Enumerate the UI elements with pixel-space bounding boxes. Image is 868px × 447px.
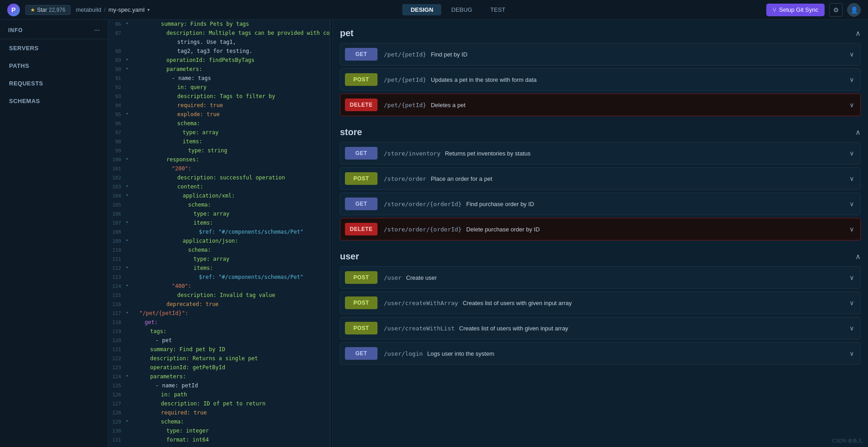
user-avatar[interactable]: 👤	[847, 3, 861, 17]
breadcrumb-org[interactable]: metabuild	[76, 6, 101, 13]
code-line[interactable]: 118get:	[108, 318, 330, 327]
code-line[interactable]: 98items:	[108, 137, 330, 146]
tab-design[interactable]: DESIGN	[402, 4, 441, 15]
endpoint-expand-icon[interactable]: ∨	[849, 350, 854, 357]
endpoint-expand-icon[interactable]: ∨	[849, 299, 854, 306]
endpoint-expand-icon[interactable]: ∨	[849, 150, 854, 157]
api-panel[interactable]: pet∧GET/pet/{petId}Find pet by ID∨POST/p…	[333, 20, 868, 447]
sidebar-item-servers[interactable]: SERVERS	[0, 39, 108, 57]
line-number: 93	[108, 92, 126, 101]
code-line[interactable]: 129•schema:	[108, 418, 330, 427]
sidebar-item-paths[interactable]: PATHS	[0, 57, 108, 75]
endpoint-get--store-inventory[interactable]: GET/store/inventoryReturns pet inventori…	[340, 142, 861, 165]
endpoint-post--user-createWithList[interactable]: POST/user/createWithListCreates list of …	[340, 317, 861, 339]
tab-test[interactable]: TEST	[482, 4, 514, 15]
code-line[interactable]: 87description: Multiple tags can be prov…	[108, 29, 330, 38]
api-group-header-pet[interactable]: pet∧	[340, 20, 861, 43]
star-button[interactable]: ★ Star 22,976	[25, 5, 71, 15]
api-group-chevron-pet[interactable]: ∧	[855, 29, 861, 38]
method-badge-get: GET	[345, 147, 377, 160]
code-line[interactable]: 99type: string	[108, 146, 330, 155]
code-line[interactable]: 112•items:	[108, 264, 330, 273]
setup-git-button[interactable]: ⑂ Setup Git Sync	[766, 4, 825, 16]
code-line[interactable]: 132•responses:	[108, 445, 330, 447]
endpoint-expand-icon[interactable]: ∨	[849, 325, 854, 332]
code-line[interactable]: 86•summary: Finds Pets by tags	[108, 20, 330, 29]
code-line[interactable]: 90•parameters:	[108, 65, 330, 74]
code-line[interactable]: 100•responses:	[108, 155, 330, 165]
endpoint-desc: Logs user into the system	[427, 350, 845, 357]
settings-button[interactable]: ⚙	[829, 3, 843, 17]
endpoint-expand-icon[interactable]: ∨	[849, 76, 854, 83]
code-line[interactable]: 116deprecated: true	[108, 300, 330, 309]
code-line[interactable]: 125- name: petId	[108, 381, 330, 391]
endpoint-expand-icon[interactable]: ∨	[849, 274, 854, 281]
endpoint-get--pet-petId[interactable]: GET/pet/{petId}Find pet by ID∨	[340, 43, 861, 66]
code-line[interactable]: 123operationId: getPetById	[108, 363, 330, 372]
code-line[interactable]: 94required: true	[108, 101, 330, 110]
line-content: type: integer	[128, 427, 326, 435]
endpoint-post--user[interactable]: POST/userCreate user∨	[340, 266, 861, 289]
code-line[interactable]: 127description: ID of pet to return	[108, 400, 330, 409]
endpoint-delete--pet-petId[interactable]: DELETE/pet/{petId}Deletes a pet∨	[340, 94, 861, 116]
code-line[interactable]: 88tag2, tag3 for testing.	[108, 47, 330, 56]
code-line[interactable]: 109•application/json:	[108, 237, 330, 246]
code-line[interactable]: 91- name: tags	[108, 74, 330, 83]
code-line[interactable]: strings. Use tag1,	[108, 38, 330, 47]
code-line[interactable]: 97type: array	[108, 128, 330, 137]
code-line[interactable]: 124•parameters:	[108, 372, 330, 381]
code-line[interactable]: 128required: true	[108, 409, 330, 418]
api-group-header-store[interactable]: store∧	[340, 119, 861, 142]
api-group-title-user: user	[340, 251, 359, 262]
code-line[interactable]: 105schema:	[108, 201, 330, 210]
endpoint-get--store-order-orderId[interactable]: GET/store/order/{orderId}Find purchase o…	[340, 193, 861, 215]
code-line[interactable]: 121summary: Find pet by ID	[108, 345, 330, 354]
code-line[interactable]: 114•"400":	[108, 282, 330, 291]
endpoint-expand-icon[interactable]: ∨	[849, 101, 854, 108]
code-line[interactable]: 115description: Invalid tag value	[108, 291, 330, 300]
code-line[interactable]: 119tags:	[108, 327, 330, 336]
sidebar-more-icon[interactable]: ···	[94, 26, 100, 34]
code-line[interactable]: 113$ref: "#/components/schemas/Pet"	[108, 273, 330, 282]
line-number: 111	[108, 255, 126, 263]
code-line[interactable]: 110schema:	[108, 246, 330, 255]
code-line[interactable]: 111type: array	[108, 255, 330, 264]
breadcrumb-file[interactable]: my-spec.yaml	[108, 6, 145, 13]
api-group-header-user[interactable]: user∧	[340, 243, 861, 266]
code-line[interactable]: 96schema:	[108, 119, 330, 128]
api-group-chevron-store[interactable]: ∧	[855, 128, 861, 136]
code-line[interactable]: 108$ref: "#/components/schemas/Pet"	[108, 228, 330, 237]
sidebar-item-requests[interactable]: REQUESTS	[0, 75, 108, 92]
sidebar-item-schemas[interactable]: SCHEMAS	[0, 92, 108, 110]
endpoint-expand-icon[interactable]: ∨	[849, 226, 854, 233]
code-line[interactable]: 107•items:	[108, 219, 330, 228]
code-line[interactable]: 92in: query	[108, 83, 330, 92]
code-line[interactable]: 126in: path	[108, 391, 330, 400]
endpoint-expand-icon[interactable]: ∨	[849, 51, 854, 58]
endpoint-delete--store-order-orderId[interactable]: DELETE/store/order/{orderId}Delete purch…	[340, 218, 861, 240]
code-line[interactable]: 101"200":	[108, 165, 330, 174]
code-line[interactable]: 89•operationId: findPetsByTags	[108, 56, 330, 65]
code-line[interactable]: 93description: Tags to filter by	[108, 92, 330, 101]
code-panel[interactable]: 86•summary: Finds Pets by tags87descript…	[108, 20, 330, 447]
code-line[interactable]: 131format: int64	[108, 436, 330, 445]
code-line[interactable]: 95•explode: true	[108, 110, 330, 119]
endpoint-expand-icon[interactable]: ∨	[849, 200, 854, 207]
api-group-chevron-user[interactable]: ∧	[855, 252, 861, 261]
endpoint-expand-icon[interactable]: ∨	[849, 175, 854, 182]
code-line[interactable]: 122description: Returns a single pet	[108, 354, 330, 363]
endpoint-post--user-createWithArray[interactable]: POST/user/createWithArrayCreates list of…	[340, 292, 861, 314]
breadcrumb: metabuild / my-spec.yaml ▾	[76, 6, 150, 13]
endpoint-post--pet-petId[interactable]: POST/pet/{petId}Updates a pet in the sto…	[340, 68, 861, 91]
endpoint-post--store-order[interactable]: POST/store/orderPlace an order for a pet…	[340, 167, 861, 190]
code-line[interactable]: 103•content:	[108, 183, 330, 192]
code-line[interactable]: 130type: integer	[108, 427, 330, 436]
tab-debug[interactable]: DEBUG	[443, 4, 480, 15]
code-line[interactable]: 102description: successful operation	[108, 174, 330, 183]
code-line[interactable]: 120- pet	[108, 336, 330, 345]
code-line[interactable]: 104•application/xml:	[108, 192, 330, 201]
code-line[interactable]: 117•"/pet/{petId}":	[108, 309, 330, 318]
breadcrumb-chevron-icon[interactable]: ▾	[147, 7, 150, 12]
code-line[interactable]: 106type: array	[108, 210, 330, 219]
endpoint-get--user-login[interactable]: GET/user/loginLogs user into the system∨	[340, 342, 861, 365]
